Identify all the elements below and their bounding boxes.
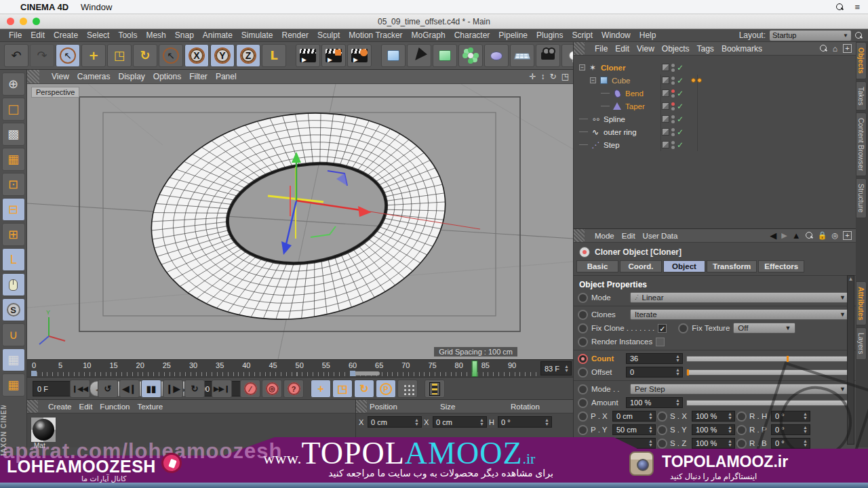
redo-icon[interactable]: ↷ <box>30 44 54 67</box>
expander-icon[interactable]: − <box>579 64 585 70</box>
keyframe-bullet[interactable] <box>738 426 745 434</box>
object-menu-item[interactable]: View <box>637 44 654 54</box>
section-header[interactable]: Object Properties <box>574 275 856 291</box>
history-back-icon[interactable]: ◀ <box>770 230 776 241</box>
camera-icon[interactable] <box>536 44 560 67</box>
enable-snap-icon[interactable]: S <box>2 298 25 321</box>
tab-transform[interactable]: Transform <box>707 260 757 272</box>
object-name[interactable]: Taper <box>625 102 645 110</box>
goto-start-button[interactable]: ❙◀◀ <box>70 380 90 398</box>
key-parameter-button[interactable]: P <box>376 380 396 398</box>
expander-icon[interactable]: − <box>590 77 596 83</box>
psr-field[interactable]: 0 cm▲▼ <box>612 411 656 422</box>
keyframe-help-button[interactable]: ? <box>283 380 304 398</box>
menu-item[interactable]: Edit <box>31 30 45 40</box>
side-tab-content-browser[interactable]: Content Browser <box>856 113 867 176</box>
keyframe-bullet[interactable] <box>579 426 587 434</box>
object-name[interactable]: Bend <box>625 89 644 98</box>
object-menu-item[interactable]: Objects <box>662 44 690 54</box>
zoom-view-icon[interactable]: ↕ <box>541 72 545 81</box>
side-tab-attributes[interactable]: Attributes <box>856 281 867 326</box>
object-name[interactable]: Cloner <box>601 64 625 72</box>
clones-dropdown[interactable]: Iterate▼ <box>630 309 850 320</box>
coordinate-system-icon[interactable]: L <box>262 44 286 67</box>
menu-item[interactable]: Motion Tracker <box>349 30 402 40</box>
workplane-mode-icon[interactable]: ▦ <box>2 148 25 171</box>
menu-item[interactable]: Character <box>454 30 490 40</box>
history-forward-icon[interactable]: ▶ <box>781 231 787 240</box>
viewport-menu-item[interactable]: Cameras <box>77 72 111 81</box>
object-name[interactable]: Step <box>604 141 620 149</box>
add-panel-icon[interactable]: + <box>843 44 852 53</box>
keyframe-bullet[interactable] <box>579 338 587 346</box>
deformer-icon[interactable] <box>484 44 509 67</box>
panel-grip[interactable] <box>356 400 367 413</box>
menu-item[interactable]: Window <box>601 30 631 40</box>
render-picture-viewer-icon[interactable] <box>321 44 346 67</box>
material-menu-item[interactable]: Function <box>100 403 130 411</box>
undo-icon[interactable]: ↶ <box>4 44 28 67</box>
timeline-ruler[interactable]: 83 F ▲▼ 05101520253035404550556065707580… <box>27 359 573 377</box>
menu-item[interactable]: Help <box>639 30 656 40</box>
side-tab-objects[interactable]: Objects <box>856 42 867 79</box>
keyframe-bullet[interactable] <box>579 386 587 393</box>
lock-z-icon[interactable]: Z <box>236 44 260 67</box>
magnet-icon[interactable]: ∪ <box>2 323 25 346</box>
enabled-check-icon[interactable]: ✓ <box>677 89 684 98</box>
pan-view-icon[interactable]: ✛ <box>530 72 536 81</box>
current-frame-field[interactable]: 83 F ▲▼ <box>540 361 572 375</box>
viewport-canvas[interactable]: Y <box>27 84 573 359</box>
keyframe-bullet[interactable] <box>738 440 745 447</box>
lock-y-icon[interactable]: Y <box>210 44 235 67</box>
side-tab-layers[interactable]: Layers <box>856 327 867 360</box>
menu-item[interactable]: Create <box>54 30 78 40</box>
material-thumbnail[interactable] <box>31 418 56 442</box>
previous-frame-button[interactable]: ◀❙ <box>119 380 140 398</box>
layer-color-icon[interactable] <box>662 64 669 71</box>
preview-range-bar[interactable] <box>351 371 380 375</box>
axis-mode-icon[interactable]: L <box>2 248 25 271</box>
pause-button[interactable]: ▮▮ <box>141 380 161 398</box>
add-generator-icon[interactable] <box>433 44 457 67</box>
fix-clone-checkbox[interactable]: ✓ <box>658 324 667 333</box>
menu-item[interactable]: Tools <box>118 30 137 40</box>
viewport-menu-item[interactable]: View <box>52 72 69 81</box>
layer-color-icon[interactable] <box>662 115 669 123</box>
amount-field[interactable]: 100 %▲▼ <box>626 397 683 408</box>
psr-field[interactable]: 100 %▲▼ <box>692 424 735 435</box>
layer-color-icon[interactable] <box>662 141 669 148</box>
psr-field[interactable]: 100 %▲▼ <box>692 411 735 422</box>
play-forward-button[interactable]: ↻ <box>184 380 205 398</box>
keyframe-bullet[interactable] <box>658 426 666 434</box>
object-tree-row[interactable]: ∿outer ring✓ <box>574 125 856 138</box>
visibility-dots-icon[interactable] <box>671 141 675 149</box>
keyframe-bullet[interactable] <box>579 294 587 302</box>
attribute-menu-item[interactable]: Mode <box>595 232 614 240</box>
target-icon[interactable]: ◎ <box>831 231 838 240</box>
keyframe-bullet[interactable] <box>679 325 687 332</box>
layer-color-icon[interactable] <box>662 102 669 110</box>
menu-item[interactable]: Simulate <box>241 30 273 40</box>
keyframe-bullet[interactable] <box>738 413 745 420</box>
enabled-check-icon[interactable]: ✓ <box>677 102 684 111</box>
mograph-icon[interactable] <box>458 44 483 67</box>
attribute-menu-item[interactable]: Edit <box>622 232 635 240</box>
search-icon[interactable] <box>820 45 827 52</box>
menu-item[interactable]: Sculpt <box>317 30 340 40</box>
side-tab-structure[interactable]: Structure <box>856 178 867 218</box>
rotate-view-icon[interactable]: ↻ <box>550 72 557 81</box>
next-frame-button[interactable]: ❙▶ <box>163 380 183 398</box>
layer-color-icon[interactable] <box>662 89 669 97</box>
mode-dropdown[interactable]: .·˙ Linear▼ <box>630 292 850 303</box>
lock-icon[interactable]: 🔒 <box>818 231 827 240</box>
panel-grip[interactable] <box>574 229 585 242</box>
tag-icon[interactable] <box>691 78 696 83</box>
object-tree-row[interactable]: −Cube✓ <box>574 74 856 87</box>
polygons-mode-icon[interactable]: ⊞ <box>2 223 25 246</box>
camera-label[interactable]: Perspective <box>31 87 79 98</box>
open-timeline-button[interactable] <box>425 380 445 398</box>
object-menu-item[interactable]: File <box>595 44 608 54</box>
enabled-check-icon[interactable]: ✓ <box>677 127 684 137</box>
menu-item[interactable]: Mesh <box>146 30 165 40</box>
control-center-icon[interactable]: ≡ <box>854 2 860 12</box>
